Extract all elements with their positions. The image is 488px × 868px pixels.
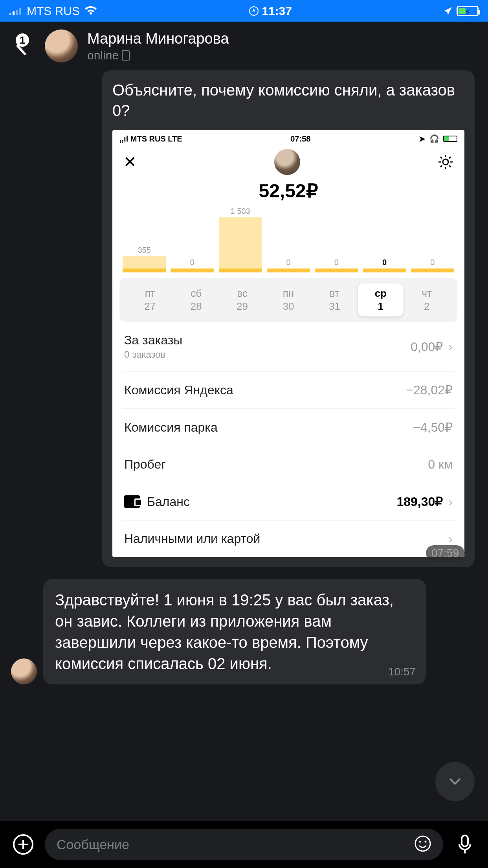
chart-bar[interactable]: 1 503 — [219, 207, 262, 272]
message-input-bar: Сообщение — [0, 821, 488, 868]
device-icon — [122, 50, 130, 61]
chat-header: 1 Марина Миногарова online — [0, 22, 488, 70]
svg-line-10 — [440, 157, 442, 158]
message-time: 10:57 — [388, 666, 416, 678]
chart-bar[interactable]: 0 — [315, 258, 358, 272]
message-time: 07:59 — [426, 545, 464, 561]
attached-screenshot[interactable]: ,,ıl MTS RUS LTE 07:58 ➤ 🎧 ✕ 52,52₽ 3550… — [112, 130, 464, 557]
day-option[interactable]: вт31 — [312, 283, 357, 316]
chevron-right-icon: › — [448, 495, 453, 509]
attach-button[interactable] — [9, 831, 37, 858]
day-option[interactable]: пн30 — [266, 283, 311, 316]
svg-rect-3 — [19, 8, 21, 15]
amount-cut: 52,52₽ — [112, 178, 464, 205]
avatar[interactable] — [11, 658, 37, 684]
day-option[interactable]: вс29 — [220, 283, 265, 316]
day-option[interactable]: пт27 — [127, 283, 172, 316]
chevron-right-icon: › — [448, 531, 453, 546]
incoming-message[interactable]: Здравствуйте! 1 июня в 19:25 у вас был з… — [43, 579, 426, 684]
inner-battery-icon — [443, 136, 457, 142]
inner-avatar[interactable] — [274, 149, 300, 175]
inner-status-bar: ,,ıl MTS RUS LTE 07:58 ➤ 🎧 — [112, 130, 464, 145]
signal-icon — [9, 7, 23, 15]
svg-rect-0 — [9, 13, 11, 15]
earnings-chart[interactable]: 35501 5030000 — [112, 205, 464, 276]
gear-icon[interactable] — [438, 154, 453, 170]
unread-badge: 1 — [16, 33, 29, 47]
inner-headphones-icon: 🎧 — [429, 134, 439, 143]
day-picker[interactable]: пт27сб28вс29пн30вт31ср1чт2 — [119, 278, 457, 322]
chart-bar[interactable]: 355 — [123, 246, 166, 272]
row-payment-method[interactable]: Наличными или картой › — [122, 520, 455, 557]
navigation-up-icon — [249, 6, 259, 16]
message-text: Объясните, почему комиссию сняли, а зака… — [112, 80, 464, 121]
svg-line-11 — [449, 166, 451, 167]
svg-line-12 — [449, 157, 451, 158]
chart-bar[interactable]: 0 — [363, 258, 406, 272]
row-yandex-commission: Комиссия Яндекса −28,02₽ — [122, 371, 455, 409]
chart-bar[interactable]: 0 — [171, 258, 214, 272]
close-icon[interactable]: ✕ — [123, 153, 137, 171]
voice-message-button[interactable] — [451, 831, 479, 858]
incoming-message[interactable]: Объясните, почему комиссию сняли, а зака… — [102, 70, 475, 567]
message-input[interactable]: Сообщение — [45, 829, 443, 860]
svg-line-13 — [440, 166, 442, 167]
carrier-label: MTS RUS — [27, 4, 80, 18]
svg-rect-1 — [13, 11, 15, 15]
inner-location-icon: ➤ — [419, 134, 426, 143]
day-option[interactable]: ср1 — [358, 283, 403, 316]
status-time: 11:37 — [262, 4, 292, 18]
row-mileage: Пробег 0 км — [122, 446, 455, 483]
svg-rect-2 — [16, 10, 18, 15]
svg-rect-20 — [462, 835, 468, 846]
message-text: Здравствуйте! 1 июня в 19:25 у вас был з… — [55, 589, 414, 674]
row-park-commission: Комиссия парка −4,50₽ — [122, 409, 455, 446]
chart-bar[interactable]: 0 — [411, 258, 454, 272]
svg-point-18 — [419, 841, 421, 843]
location-icon — [443, 6, 453, 16]
day-option[interactable]: чт2 — [404, 283, 449, 316]
scroll-to-bottom-button[interactable] — [435, 762, 475, 801]
back-button[interactable]: 1 — [8, 37, 35, 55]
svg-point-19 — [425, 841, 427, 843]
chart-bar[interactable]: 0 — [267, 258, 310, 272]
wallet-icon — [124, 495, 140, 508]
row-balance[interactable]: Баланс 189,30₽ › — [122, 483, 455, 520]
day-option[interactable]: сб28 — [173, 283, 218, 316]
battery-icon: ⚡︎ — [457, 6, 479, 16]
chevron-right-icon: › — [448, 339, 453, 354]
svg-point-17 — [415, 836, 430, 851]
contact-name[interactable]: Марина Миногарова — [87, 30, 229, 47]
input-placeholder: Сообщение — [57, 837, 129, 852]
wifi-icon — [84, 6, 98, 16]
row-orders[interactable]: За заказы 0 заказов 0,00₽ › — [122, 322, 455, 371]
emoji-icon[interactable] — [414, 835, 431, 854]
svg-point-5 — [443, 159, 448, 165]
contact-status: online — [87, 49, 229, 62]
status-bar: MTS RUS 11:37 ⚡︎ — [0, 0, 488, 22]
avatar[interactable] — [45, 29, 78, 63]
